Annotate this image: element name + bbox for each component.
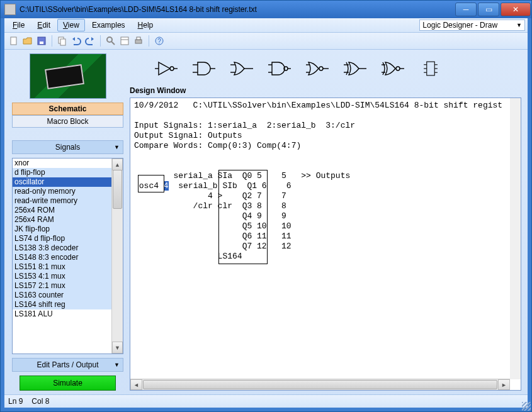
svg-rect-10 [137,37,140,40]
list-item[interactable]: xnor [13,159,111,168]
new-icon[interactable] [8,35,20,47]
osc-box [138,175,164,192]
svg-rect-37 [427,62,434,75]
titlebar: C:\UTIL\SSolver\bin\Examples\LDD-SIM\54L… [1,1,531,18]
list-item[interactable]: LS164 shift reg [13,300,111,309]
edit-parts-dropdown[interactable]: Edit Parts / Output ▼ [12,358,123,372]
parts-scrollbar[interactable]: ▲ ▼ [111,159,123,354]
window-title: C:\UTIL\SSolver\bin\Examples\LDD-SIM\54L… [20,5,455,14]
simulate-button[interactable]: Simulate [20,376,116,391]
minimize-button[interactable]: ─ [455,3,477,16]
list-item[interactable]: 256x4 ROM [13,206,111,215]
gate-not-icon[interactable] [155,60,178,79]
gate-toolbar [130,53,521,85]
tab-schematic[interactable]: Schematic [12,103,123,115]
thumbnail-image [30,53,106,99]
scroll-up-icon[interactable]: ▲ [112,159,123,170]
signals-label: Signals [55,143,80,152]
parts-listbox[interactable]: xnord flip-floposcillatorread-only memor… [12,158,123,354]
list-item[interactable]: LS74 d flip-flop [13,234,111,243]
list-item[interactable]: d flip-flop [13,168,111,177]
scroll-left-icon[interactable]: ◄ [130,379,142,390]
chevron-down-icon: ▼ [114,362,120,368]
edit-parts-label: Edit Parts / Output [37,360,98,369]
list-item[interactable]: LS153 4:1 mux [13,272,111,281]
gate-or-icon[interactable] [230,60,253,79]
list-item[interactable]: 256x4 RAM [13,215,111,225]
gate-and-icon[interactable] [193,60,215,79]
scroll-thumb[interactable] [113,170,122,209]
statusbar: Ln 9 Col 8 [4,394,528,408]
toolbar-separator [149,35,149,47]
status-line: Ln 9 [8,397,23,406]
menubar: File Edit View Examples Help Logic Desig… [4,18,528,33]
toolbar-separator [100,35,101,47]
list-item[interactable]: JK flip-flop [13,225,111,234]
chevron-down-icon: ▼ [516,22,522,28]
app-icon [4,4,16,15]
main-panel: Design Window 10/9/2012 C:\UTIL\SSolver\… [127,50,528,394]
menu-edit[interactable]: Edit [31,19,56,31]
scroll-down-icon[interactable]: ▼ [112,342,123,354]
gate-xnor-icon[interactable] [382,60,404,79]
svg-line-6 [111,42,115,45]
list-item[interactable]: LS163 counter [13,291,111,300]
svg-point-28 [319,67,323,70]
signals-dropdown[interactable]: Signals ▼ [12,140,123,154]
copy-icon[interactable] [57,35,68,47]
menu-file[interactable]: File [7,19,30,31]
print-icon[interactable] [133,35,144,47]
sidebar: Schematic Macro Block Signals ▼ xnord fl… [4,50,127,394]
window-buttons: ─ ▭ ✕ [455,3,531,16]
client-area: File Edit View Examples Help Logic Desig… [1,18,531,411]
maximize-button[interactable]: ▭ [478,3,499,16]
svg-rect-4 [60,39,65,45]
gate-nor-icon[interactable] [306,60,329,79]
find-icon[interactable] [105,35,116,47]
status-col: Col 8 [31,397,49,406]
tab-macro-block[interactable]: Macro Block [12,115,123,128]
gate-chip-icon[interactable] [419,60,442,79]
list-item[interactable]: LS181 ALU [13,309,111,319]
design-text: 10/9/2012 C:\UTIL\SSolver\bin\Examples\L… [130,98,521,264]
app-window: C:\UTIL\SSolver\bin\Examples\LDD-SIM\54L… [0,0,532,412]
open-icon[interactable] [22,35,33,47]
svg-rect-0 [11,37,16,45]
chip-box [218,170,268,264]
chevron-down-icon: ▼ [114,144,120,150]
save-icon[interactable] [36,35,47,47]
gate-nand-icon[interactable] [268,60,291,79]
scroll-right-icon[interactable]: ► [498,379,510,390]
list-item[interactable]: read-only memory [13,187,111,196]
design-window-title: Design Window [130,86,521,95]
list-item[interactable]: oscillator [13,177,111,187]
resize-grip-icon[interactable] [522,402,531,411]
mode-dropdown[interactable]: Logic Designer - Draw ▼ [419,19,525,31]
list-item[interactable]: read-write memory [13,196,111,206]
svg-text:?: ? [157,38,161,45]
redo-icon[interactable] [84,35,96,47]
mode-label: Logic Designer - Draw [422,21,497,30]
toolbar-separator [52,35,52,47]
gate-xor-icon[interactable] [344,60,366,79]
svg-rect-7 [121,37,128,45]
svg-point-35 [396,67,400,70]
menu-examples[interactable]: Examples [86,19,131,31]
list-item[interactable]: LS138 3:8 decoder [13,243,111,253]
design-hscroll[interactable]: ◄ ► [130,379,510,390]
list-item[interactable]: LS151 8:1 mux [13,262,111,272]
list-item[interactable]: LS148 8:3 encoder [13,253,111,262]
content-area: Schematic Macro Block Signals ▼ xnord fl… [4,50,528,394]
menu-help[interactable]: Help [132,19,159,31]
design-vscroll[interactable] [510,98,521,379]
scroll-thumb[interactable] [143,380,497,389]
list-item[interactable]: LS157 2:1 mux [13,281,111,291]
design-window[interactable]: 10/9/2012 C:\UTIL\SSolver\bin\Examples\L… [130,97,521,391]
toolbar: ? [4,33,528,50]
undo-icon[interactable] [71,35,82,47]
close-button[interactable]: ✕ [501,3,531,16]
properties-icon[interactable] [119,35,130,47]
svg-rect-2 [40,42,43,44]
menu-view[interactable]: View [57,19,85,31]
help-icon[interactable]: ? [154,35,165,47]
